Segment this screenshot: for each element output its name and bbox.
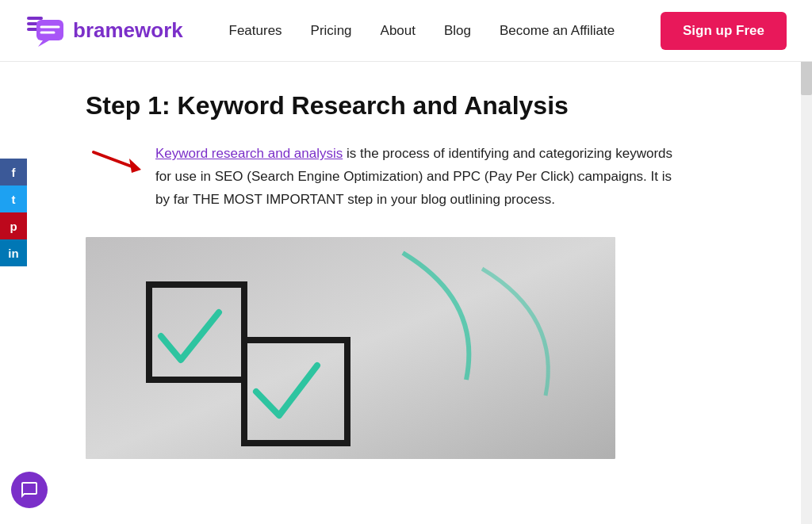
svg-rect-3 [36, 20, 63, 40]
nav-pricing[interactable]: Pricing [311, 23, 352, 38]
social-sidebar: f t p in [0, 159, 27, 266]
scrollbar[interactable] [801, 0, 812, 459]
article-image [86, 237, 615, 459]
nav-links: Features Pricing About Blog Become an Af… [229, 23, 615, 39]
facebook-share-button[interactable]: f [0, 159, 27, 186]
svg-line-7 [94, 152, 132, 166]
logo-text: bramework [73, 18, 183, 43]
nav-affiliate[interactable]: Become an Affiliate [500, 23, 615, 38]
nav-about[interactable]: About [381, 23, 416, 38]
red-arrow-icon [86, 144, 149, 173]
navbar: bramework Features Pricing About Blog Be… [0, 0, 812, 62]
page-wrapper: Step 1: Keyword Research and Analysis Ke… [0, 62, 812, 459]
nav-blog[interactable]: Blog [444, 23, 471, 38]
pinterest-share-button[interactable]: p [0, 212, 27, 239]
signup-button[interactable]: Sign up Free [661, 12, 787, 50]
step-title: Step 1: Keyword Research and Analysis [86, 90, 682, 120]
nav-features[interactable]: Features [229, 23, 282, 38]
article-image-svg [86, 237, 615, 459]
keyword-research-link[interactable]: Keyword research and analysis [155, 146, 343, 161]
body-paragraph: Keyword research and analysis is the pro… [155, 143, 682, 212]
checkbox-image [86, 237, 615, 459]
linkedin-share-button[interactable]: in [0, 239, 27, 266]
content-row: Keyword research and analysis is the pro… [86, 143, 682, 212]
logo-icon [25, 10, 67, 52]
main-content: Step 1: Keyword Research and Analysis Ke… [38, 62, 720, 459]
svg-marker-8 [129, 159, 141, 173]
svg-marker-4 [38, 40, 49, 47]
twitter-share-button[interactable]: t [0, 186, 27, 212]
logo-link[interactable]: bramework [25, 10, 183, 52]
